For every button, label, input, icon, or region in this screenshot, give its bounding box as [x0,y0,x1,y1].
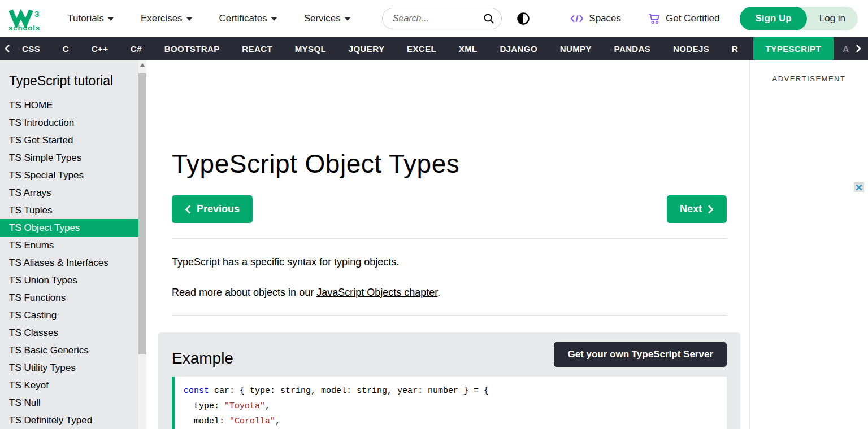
log-in-button[interactable]: Log in [807,13,858,24]
nav-dropdown[interactable]: Services [290,13,364,24]
sidebar-item[interactable]: TS HOME [0,97,138,114]
divider [172,238,727,239]
chevron-down-icon [108,17,114,21]
language-tab-bar: CSS C C++ C# BOOTSTRAP REACT MYSQL JQUER… [0,37,868,60]
sidebar: TypeScript tutorial TS HOME TS Introduct… [0,60,146,429]
language-tabs: CSS C C++ C# BOOTSTRAP REACT MYSQL JQUER… [15,37,834,60]
language-tab[interactable]: C [55,37,76,60]
sidebar-item[interactable]: TS Casting [0,307,138,324]
main-nav: Tutorials Exercises Certificates Service… [54,13,363,24]
ad-panel: ADVERTISEMENT [749,60,868,429]
get-server-button[interactable]: Get your own TypeScript Server [554,342,727,367]
logo-superscript: 3 [34,9,39,19]
language-tab[interactable]: PANDAS [607,37,658,60]
nav-dropdown[interactable]: Certificates [206,13,290,24]
language-tab[interactable]: NODEJS [666,37,717,60]
auth-pill: Sign Up Log in [740,7,858,30]
language-tab[interactable]: XML [452,37,485,60]
code-example[interactable]: const car: { type: string, model: string… [172,377,727,429]
read-more-paragraph: Read more about objects in our JavaScrip… [172,286,727,300]
sidebar-item[interactable]: TS Basic Generics [0,342,138,359]
sidebar-item[interactable]: TS Get Started [0,132,138,149]
chevron-down-icon [186,17,192,21]
chevron-down-icon [345,17,350,21]
sidebar-scrollbar[interactable] [138,60,146,429]
sidebar-item[interactable]: TS Union Types [0,272,138,289]
nav-dropdown[interactable]: Tutorials [54,13,127,24]
language-tab[interactable]: BOOTSTRAP [157,37,227,60]
intro-paragraph: TypeScript has a specific syntax for typ… [172,255,727,269]
spaces-label: Spaces [589,13,621,24]
language-tab[interactable]: C# [123,37,149,60]
language-tab[interactable]: JQUERY [341,37,392,60]
language-tab[interactable]: DJANGO [492,37,545,60]
logo-subtitle: schools [8,24,40,32]
sidebar-item[interactable]: TS Object Types [0,219,138,237]
ad-close-icon[interactable] [854,182,864,192]
language-tab[interactable]: MYSQL [288,37,333,60]
example-title: Example [172,349,233,367]
sidebar-item[interactable]: TS Utility Types [0,359,138,377]
language-tab[interactable]: EXCEL [400,37,444,60]
chevron-left-icon [185,205,191,214]
sidebar-title: TypeScript tutorial [0,73,146,97]
sidebar-item[interactable]: TS Simple Types [0,149,138,167]
sidebar-item[interactable]: TS Special Types [0,167,138,184]
language-tab[interactable]: R [724,37,745,60]
search-icon[interactable] [483,13,494,24]
pagination-buttons: Previous Next [172,195,727,223]
spaces-link[interactable]: Spaces [570,13,621,24]
cart-icon [648,13,661,24]
language-tab[interactable]: NUMPY [553,37,599,60]
code-string: "Toyota" [224,401,265,411]
sidebar-item[interactable]: TS Keyof [0,377,138,394]
top-header: 3 schools Tutorials Exercises Certificat… [0,0,868,37]
scroll-right-icon[interactable] [849,37,868,60]
sidebar-item[interactable]: TS Arrays [0,184,138,202]
next-button[interactable]: Next [667,195,727,223]
javascript-objects-link[interactable]: JavaScript Objects chapter [316,287,437,298]
previous-button[interactable]: Previous [172,195,253,223]
header-right: Spaces Get Certified Sign Up Log in [570,7,868,30]
sidebar-item[interactable]: TS Classes [0,324,138,342]
chevron-right-icon [708,205,714,214]
search-box[interactable] [382,8,502,29]
language-tab[interactable]: TYPESCRIPT [753,37,834,60]
scroll-left-icon[interactable] [0,37,15,60]
page-title: TypeScript Object Types [172,148,727,179]
sidebar-item[interactable]: TS Null [0,394,138,412]
nav-dropdown[interactable]: Exercises [127,13,206,24]
sidebar-item[interactable]: TS Aliases & Interfaces [0,254,138,272]
language-tab[interactable]: CSS [15,37,47,60]
main-content: TypeScript Object Types Previous Next Ty… [146,60,749,429]
advertisement-label: ADVERTISEMENT [750,75,868,83]
content-row: TypeScript tutorial TS HOME TS Introduct… [0,60,868,429]
example-section: Example Get your own TypeScript Server c… [158,332,740,429]
dark-mode-toggle-icon[interactable] [517,12,530,25]
code-brackets-icon [570,14,584,23]
get-certified-label: Get Certified [666,13,719,24]
sidebar-item[interactable]: TS Tuples [0,202,138,219]
sign-up-button[interactable]: Sign Up [740,7,806,30]
scrollbar-thumb[interactable] [138,73,146,354]
code-keyword: const [184,386,209,396]
search-input[interactable] [393,14,483,24]
language-tab[interactable]: REACT [235,37,280,60]
scrollbar-up-arrow-icon[interactable] [138,60,146,70]
language-tab[interactable]: C++ [84,37,116,60]
sidebar-item[interactable]: TS Enums [0,237,138,254]
language-tab-partial[interactable]: A [834,37,849,60]
sidebar-menu: TS HOME TS Introduction TS Get Started T… [0,97,146,429]
code-string: "Corolla" [229,417,275,426]
divider [172,315,727,316]
sidebar-item[interactable]: TS Introduction [0,114,138,132]
chevron-down-icon [271,17,277,21]
sidebar-item[interactable]: TS Functions [0,289,138,307]
get-certified-link[interactable]: Get Certified [648,13,719,24]
sidebar-item[interactable]: TS Definitely Typed [0,412,138,429]
